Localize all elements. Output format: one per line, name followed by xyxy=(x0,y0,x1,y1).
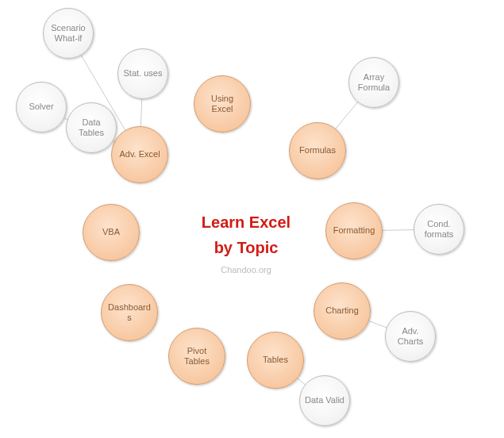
node-label: Array Formula xyxy=(354,72,394,93)
diagram-title: Learn Excel by Topic Chandoo.org xyxy=(167,209,325,275)
title-line1: Learn Excel xyxy=(167,209,325,235)
node-label: Charting xyxy=(325,305,359,316)
node-solver[interactable]: Solver xyxy=(16,82,67,133)
node-data-valid[interactable]: Data Valid xyxy=(299,375,350,426)
node-formulas[interactable]: Formulas xyxy=(289,122,346,179)
node-label: Using Excel xyxy=(199,94,245,114)
diagram-canvas: { "title": { "line1": "Learn Excel", "li… xyxy=(0,0,504,438)
node-label: Stat. uses xyxy=(124,68,163,79)
node-data-tables[interactable]: Data Tables xyxy=(66,102,117,153)
node-dashboards[interactable]: Dashboards xyxy=(101,284,158,341)
node-pivot-tables[interactable]: Pivot Tables xyxy=(168,328,225,385)
node-label: Adv. Excel xyxy=(119,149,160,159)
svg-line-5 xyxy=(140,99,141,126)
node-adv-excel[interactable]: Adv. Excel xyxy=(111,126,168,183)
node-formatting[interactable]: Formatting xyxy=(325,202,383,259)
node-label: VBA xyxy=(102,227,120,237)
node-label: Data Tables xyxy=(71,117,111,138)
title-line2: by Topic xyxy=(167,235,325,260)
node-cond-formats[interactable]: Cond. formats xyxy=(414,204,464,255)
node-label: Formulas xyxy=(299,145,336,156)
node-array-formula[interactable]: Array Formula xyxy=(348,57,399,108)
node-label: Dashboards xyxy=(106,302,152,323)
node-label: Scenario What-if xyxy=(48,23,88,44)
svg-line-2 xyxy=(369,321,387,328)
node-label: Pivot Tables xyxy=(174,346,220,367)
svg-line-0 xyxy=(336,102,358,129)
node-label: Adv. Charts xyxy=(391,326,430,347)
node-label: Solver xyxy=(29,102,53,112)
node-label: Data Valid xyxy=(305,395,344,405)
node-tables[interactable]: Tables xyxy=(247,332,304,389)
node-adv-charts[interactable]: Adv. Charts xyxy=(385,311,436,362)
svg-line-1 xyxy=(383,230,414,231)
node-charting[interactable]: Charting xyxy=(314,282,371,340)
node-stat-uses[interactable]: Stat. uses xyxy=(117,48,168,99)
node-using-excel[interactable]: Using Excel xyxy=(194,75,251,133)
node-vba[interactable]: VBA xyxy=(83,204,140,261)
node-scenario-whatif[interactable]: Scenario What-if xyxy=(43,8,94,59)
node-label: Cond. formats xyxy=(419,219,459,240)
title-subtitle: Chandoo.org xyxy=(167,265,325,275)
svg-line-3 xyxy=(298,378,305,385)
node-label: Tables xyxy=(263,355,288,365)
node-label: Formatting xyxy=(333,225,375,236)
